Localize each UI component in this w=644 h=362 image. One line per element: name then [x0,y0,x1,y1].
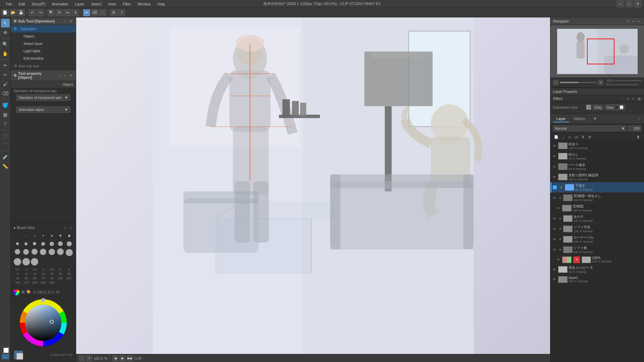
nav-rotate-btn[interactable]: ⟳ [626,19,631,23]
rotate-button[interactable]: ⟳ [56,9,63,16]
flip-h-button[interactable]: ⇔ [64,9,71,16]
layer-expand-8[interactable]: ▼ [558,227,562,231]
sub-tool-expand-btn[interactable]: □ [63,19,68,23]
sub-tool-item-edit-timeline[interactable]: Edit timeline [11,55,76,62]
layer-vis-4[interactable]: 👁 [558,185,564,190]
brush-80[interactable] [48,248,56,255]
nav-zoom-slider[interactable] [560,82,597,83]
brush-120[interactable] [65,248,73,257]
expression-color-select[interactable]: Gray [593,105,603,110]
layer-vis-13[interactable]: 👁 [552,277,557,282]
layer-vis-9[interactable]: 👁 [552,237,557,242]
layer-vis-5[interactable]: 👁 [552,195,557,200]
menu-layer[interactable]: Layer [72,1,88,7]
brush-2[interactable] [39,232,47,239]
new-group-btn[interactable]: 🗂 [573,134,579,140]
brush-150[interactable] [13,257,21,266]
selectable-dropdown[interactable]: Selectable object ▼ [16,106,70,113]
new-vector-layer-btn[interactable]: ⬚ [560,134,566,140]
tool-gradient[interactable]: ▦ [1,110,10,119]
nav-zoom-in-btn[interactable]: + [598,80,603,85]
nav-x-slider[interactable] [614,80,641,81]
brush-40[interactable] [13,248,21,255]
brush-5[interactable] [13,240,21,247]
new-file-button[interactable]: 📄 [1,9,9,16]
layer-vis-0[interactable]: 👁 [552,143,557,148]
nav-zoom-out-btn[interactable]: - [553,80,558,85]
sub-tool-close-btn[interactable]: ✕ [68,19,73,23]
color-wheel-svg[interactable] [18,298,68,348]
layer-vis-10[interactable]: 👁 [552,247,557,252]
brush-200[interactable] [31,257,39,266]
close-button[interactable]: ✕ [634,0,641,8]
sub-tool-item-light-table[interactable]: Light table [11,47,76,55]
canvas-prev-frame-btn[interactable]: ◀ [112,355,118,361]
menu-file[interactable]: File [3,1,15,7]
eraser-button[interactable]: ⌫ [91,9,98,16]
layer-item-10[interactable]: 👁 ▼ ソファ奥 100 % Normal [550,245,644,255]
layer-vis-11[interactable]: 👁 [556,257,561,262]
redo-button[interactable]: ↪ [37,9,44,16]
open-file-button[interactable]: 📂 [9,9,17,16]
layer-item-13[interactable]: 👁 (layer) 100 % Normal [550,275,644,284]
tool-operation[interactable]: ↖ [1,19,10,27]
effect-x-icon[interactable]: ✕ [631,96,636,101]
new-mask-btn[interactable]: ◻ [567,134,573,140]
canvas-next-frame-btn[interactable]: ▶▶ [127,355,133,361]
brush-60[interactable] [31,248,39,255]
sub-tool-item-select-layer[interactable]: Select layer [11,40,76,47]
nav-flip-btn[interactable]: ⇔ [631,19,636,23]
layer-item-1[interactable]: 👁 絵なし 25 % Normal [550,151,644,162]
tool-move[interactable]: ✥ [1,28,10,37]
zoom-button[interactable]: 🔍 [48,9,55,16]
layer-item-4[interactable]: 👁 下描き 55 % Normal [550,182,644,193]
layer-vis-8[interactable]: 👁 [552,226,557,232]
menu-edit[interactable]: Edit [15,1,29,7]
layer-settings-btn[interactable]: ⚙ [587,134,593,140]
background-color-swatch[interactable] [2,346,9,353]
gray-select-display[interactable]: Gray [605,104,626,110]
nav-menu-btn[interactable]: ≡ [637,19,641,23]
undo-button[interactable]: ↩ [29,9,36,16]
tool-selection[interactable]: ⬚ [1,131,10,140]
brush-2.5[interactable] [48,232,56,239]
brush-3[interactable] [57,232,65,239]
help-button[interactable]: ? [118,9,125,16]
tool-text[interactable]: T [1,120,10,128]
layer-vis-12[interactable]: 👁 [552,267,557,272]
brush-50[interactable] [22,248,30,255]
layer-vis-3[interactable]: 👁 [552,174,557,180]
layer-vis-1[interactable]: 👁 [552,154,557,159]
select-button[interactable]: ⬚ [99,9,106,16]
layer-panel-expand[interactable]: □ [637,117,641,121]
effect-grid-icon[interactable]: ▦ [637,96,641,101]
effect-circle-icon[interactable]: ○ [620,96,624,101]
color-picker-btn[interactable]: 🎨 [26,289,31,294]
menu-select[interactable]: Select [88,1,105,7]
brush-1.5[interactable] [31,232,39,239]
settings-button[interactable]: ⚙ [110,9,117,16]
layer-expand-10[interactable]: ▼ [558,248,562,252]
brush-4[interactable] [65,232,73,239]
menu-animation[interactable]: Animation [49,1,72,7]
layer-opacity-input[interactable] [628,125,641,131]
brush-0.7[interactable] [13,232,21,239]
menu-help[interactable]: Help [154,1,168,7]
menu-view[interactable]: View [105,1,119,7]
maximize-button[interactable]: □ [625,0,633,8]
brush-6[interactable] [22,240,30,247]
layer-item-11[interactable]: 👁 ✕ 100% 100 % Normal [550,255,644,264]
sub-tool-item-operation[interactable]: ⚙ Operation [11,25,76,33]
delete-layer-btn[interactable]: 🗑 [635,134,641,140]
prop-close-btn[interactable]: ✕ [68,73,73,78]
color-wheel-btn[interactable] [13,289,19,295]
sub-tool-item-object[interactable]: Object [11,33,76,40]
brush-70[interactable] [39,248,47,255]
layer-blend-mode[interactable]: Normal ▼ [553,125,627,131]
brush-8[interactable] [31,240,39,247]
tool-brush[interactable]: 🖌 [1,80,10,88]
brush-20[interactable] [57,240,65,247]
menu-story[interactable]: Story(P) [29,1,49,7]
save-button[interactable]: 💾 [17,9,25,16]
brush-170[interactable] [22,257,30,266]
